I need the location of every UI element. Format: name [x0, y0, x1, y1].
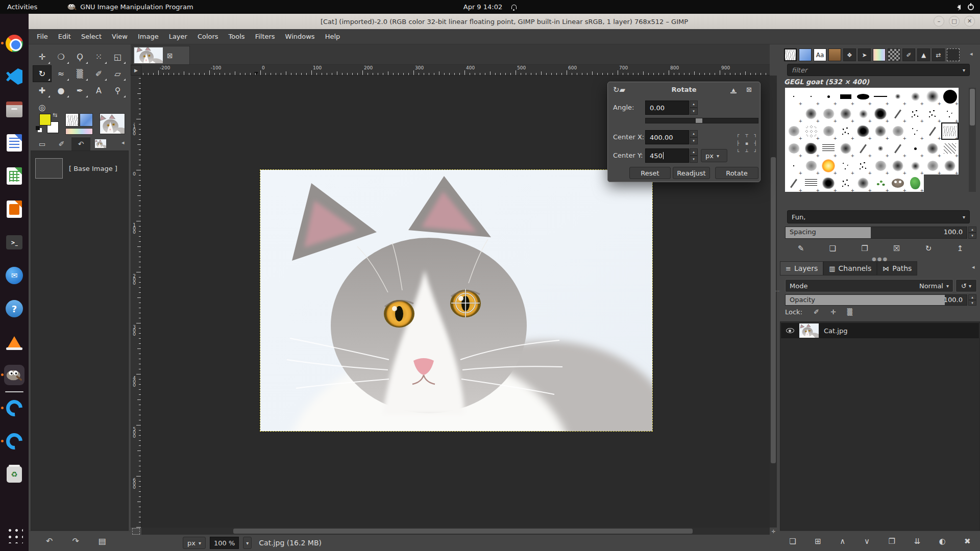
tool-ellipse-select[interactable]: ❍	[52, 48, 70, 65]
dock-item-libreoffice-calc[interactable]	[4, 166, 24, 186]
angle-slider[interactable]	[645, 118, 758, 123]
quick-mask-toggle[interactable]	[132, 528, 140, 535]
unit-select[interactable]: px▾	[183, 537, 206, 549]
dock-item-vscode[interactable]	[4, 66, 24, 87]
horizontal-scrollbar[interactable]	[141, 528, 770, 535]
dock-item-files[interactable]	[4, 99, 24, 120]
minimize-button[interactable]: –	[934, 16, 944, 27]
menu-edit[interactable]: Edit	[53, 30, 76, 43]
brush-cell-53[interactable]: +	[820, 174, 837, 192]
brush-cell-35[interactable]: +	[854, 140, 872, 157]
brush-cell-54[interactable]: +	[837, 174, 854, 192]
raise-layer-button[interactable]: ∧	[840, 537, 845, 546]
horizontal-ruler[interactable]: -200-1000100200300400500600700800900	[141, 65, 770, 76]
center-x-spinner[interactable]: ▴▾	[690, 130, 698, 144]
tool-fuzzy-select[interactable]: ⁙	[89, 48, 108, 65]
anchor-6[interactable]: └	[733, 148, 742, 157]
dock-tab-arrow-icon[interactable]: ◂	[121, 139, 125, 146]
ruler-corner[interactable]: ▶	[131, 65, 141, 76]
tool-paintbrush[interactable]: ✐	[89, 65, 108, 82]
center-y-spinner[interactable]: ▴▾	[690, 148, 698, 163]
image-thumbnail-preview[interactable]	[100, 113, 125, 134]
brush-cell-58[interactable]: +	[906, 174, 924, 192]
dock-item-terminal[interactable]: >_	[4, 232, 24, 253]
dock-tab-arrow-icon[interactable]: ◂	[972, 264, 975, 270]
zoom-select-arrow[interactable]: ▾	[243, 537, 252, 549]
tool-text[interactable]: A	[89, 82, 108, 99]
dock-item-ring-app-2[interactable]	[4, 431, 24, 452]
anchor-7[interactable]: ┴	[742, 148, 751, 157]
brush-cell-46[interactable]: +	[872, 157, 889, 174]
brush-cell-4[interactable]: +	[837, 88, 854, 105]
menu-help[interactable]: Help	[320, 30, 346, 43]
anchor-2[interactable]: ┐	[751, 130, 760, 139]
menu-select[interactable]: Select	[76, 30, 107, 43]
brush-cell-1[interactable]: +	[785, 88, 802, 105]
rotate-center-crosshair[interactable]	[451, 289, 480, 317]
clear-undo-history-button[interactable]: ▤	[99, 536, 106, 546]
layer-mode-select[interactable]: Mode Normal ▾	[785, 279, 953, 292]
brush-cell-25[interactable]: +	[854, 122, 872, 140]
brush-cell-22[interactable]: +	[802, 122, 820, 140]
lock-pixels-icon[interactable]: ✐	[814, 308, 819, 316]
brush-cell-56[interactable]: +	[872, 174, 889, 192]
brush-cell-42[interactable]: +	[802, 157, 820, 174]
tool-ink[interactable]: ✒	[70, 82, 89, 99]
detach-dialog-icon[interactable]: ▲	[730, 87, 737, 93]
brush-cell-43[interactable]: +	[820, 157, 837, 174]
tab-layers[interactable]: ≡Layers	[780, 261, 823, 276]
brush-cell-49[interactable]: +	[924, 157, 941, 174]
tool-unified-transform[interactable]: ↻	[33, 65, 52, 82]
dock-item-ring-app-1[interactable]	[4, 398, 24, 418]
duplicate-brush-button[interactable]: ❐	[861, 244, 868, 253]
refresh-brushes-button[interactable]: ↻	[925, 244, 932, 253]
brush-cell-10[interactable]: +	[941, 88, 959, 105]
navigation-icon[interactable]: ✛	[770, 528, 777, 535]
tool-gradient[interactable]: ▒	[70, 65, 89, 82]
menu-windows[interactable]: Windows	[280, 30, 320, 43]
center-y-input[interactable]: 450	[645, 148, 689, 163]
brush-cell-37[interactable]: +	[889, 140, 906, 157]
brush-cell-48[interactable]: +	[906, 157, 924, 174]
new-layer-button[interactable]: ❏	[789, 537, 796, 546]
brush-cell-7[interactable]: +	[889, 88, 906, 105]
menu-view[interactable]: View	[107, 30, 133, 43]
brush-cell-52[interactable]: +	[802, 174, 820, 192]
dock-item-trash[interactable]: ♻	[4, 464, 24, 485]
dialog-tab-patterns[interactable]	[799, 48, 812, 61]
dialog-tab-paint-dynamics[interactable]: ✐	[902, 48, 915, 61]
active-pattern-preview[interactable]	[80, 113, 93, 127]
dialog-tab-histogram[interactable]: ▲	[917, 48, 930, 61]
delete-brush-button[interactable]: ☒	[893, 244, 900, 253]
left-dock-tab-tool-options[interactable]: ▭	[33, 137, 52, 151]
brush-cell-2[interactable]: +	[802, 88, 820, 105]
brush-cell-20[interactable]: +	[941, 105, 959, 122]
brush-cell-15[interactable]: +	[854, 105, 872, 122]
brush-cell-51[interactable]: +	[785, 174, 802, 192]
dock-item-chrome[interactable]	[4, 33, 24, 54]
anchor-0[interactable]: ┌	[733, 130, 742, 139]
tool-color-picker[interactable]: ⚲	[108, 82, 127, 99]
default-colors-icon[interactable]	[36, 126, 40, 130]
spacing-slider[interactable]: Spacing 100.0	[785, 227, 967, 239]
left-dock-tab-device-status[interactable]: ✐	[52, 137, 71, 151]
menu-filters[interactable]: Filters	[250, 30, 280, 43]
menu-tools[interactable]: Tools	[224, 30, 250, 43]
new-brush-button[interactable]: ❏	[829, 244, 836, 253]
dock-item-app-grid[interactable]	[4, 524, 24, 545]
window-titlebar[interactable]: [Cat] (imported)-2.0 (RGB color 32-bit l…	[29, 14, 980, 29]
brush-cell-33[interactable]: +	[820, 140, 837, 157]
brush-cell-21[interactable]: +	[785, 122, 802, 140]
dialog-tab-buffers[interactable]	[947, 48, 960, 61]
dock-item-libreoffice-impress[interactable]	[4, 199, 24, 219]
tool-eraser[interactable]: ▱	[108, 65, 127, 82]
activities-button[interactable]: Activities	[0, 3, 44, 11]
swap-colors-icon[interactable]: ⇆	[53, 112, 57, 118]
focused-app-indicator[interactable]: GNU Image Manipulation Program	[67, 3, 193, 11]
readjust-button[interactable]: Readjust	[673, 167, 710, 179]
brush-cell-44[interactable]: +	[837, 157, 854, 174]
dialog-tab-brushes[interactable]	[784, 48, 797, 61]
brush-cell-19[interactable]: +	[924, 105, 941, 122]
redo-button[interactable]: ↷	[72, 536, 79, 546]
undo-history-item[interactable]: [ Base Image ]	[35, 158, 117, 179]
